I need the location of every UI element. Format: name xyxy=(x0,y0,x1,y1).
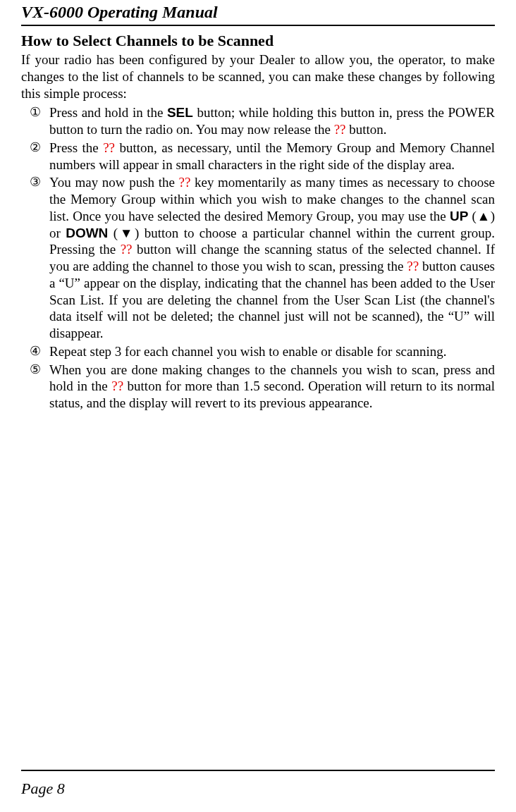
text-run: Repeat step 3 for each channel you wish … xyxy=(49,344,446,359)
list-marker: ① xyxy=(21,104,49,138)
intro-paragraph: If your radio has been configured by you… xyxy=(21,51,495,102)
steps-list-item: ⑤When you are done making changes to the… xyxy=(21,362,495,412)
text-run: ?? xyxy=(407,259,419,273)
document-title: VX-6000 Operating Manual xyxy=(21,0,495,26)
steps-list-item: ④Repeat step 3 for each channel you wish… xyxy=(21,343,495,360)
text-run: Press the xyxy=(49,140,103,155)
list-content: Press and hold in the SEL button; while … xyxy=(49,104,495,138)
text-run: ?? xyxy=(334,122,346,137)
section-title: How to Select Channels to be Scanned xyxy=(21,32,495,50)
list-content: Repeat step 3 for each channel you wish … xyxy=(49,343,495,360)
list-content: You may now push the ?? key momentarily … xyxy=(49,174,495,342)
text-run: ?? xyxy=(121,242,133,257)
text-run: button, as necessary, until the Memory G… xyxy=(49,140,495,172)
steps-list-item: ①Press and hold in the SEL button; while… xyxy=(21,104,495,138)
text-run: ?? xyxy=(103,140,115,155)
list-marker: ③ xyxy=(21,174,49,342)
steps-list: ①Press and hold in the SEL button; while… xyxy=(21,104,495,412)
list-marker: ② xyxy=(21,140,49,173)
list-content: Press the ?? button, as necessary, until… xyxy=(49,140,495,173)
footer-divider xyxy=(21,770,495,771)
page-number: Page 8 xyxy=(21,780,65,798)
text-run: SEL xyxy=(167,105,193,120)
list-marker: ⑤ xyxy=(21,362,49,412)
text-run: ?? xyxy=(179,175,191,190)
steps-list-item: ②Press the ?? button, as necessary, unti… xyxy=(21,140,495,173)
steps-list-item: ③You may now push the ?? key momentarily… xyxy=(21,174,495,342)
list-marker: ④ xyxy=(21,343,49,360)
text-run: DOWN xyxy=(66,226,108,240)
list-content: When you are done making changes to the … xyxy=(49,362,495,412)
text-run: button. xyxy=(346,122,387,137)
page: VX-6000 Operating Manual How to Select C… xyxy=(0,0,516,812)
text-run: You may now push the xyxy=(49,175,179,190)
text-run: ?? xyxy=(111,379,123,393)
text-run: UP xyxy=(450,209,468,223)
text-run: Press and hold in the xyxy=(49,105,167,120)
